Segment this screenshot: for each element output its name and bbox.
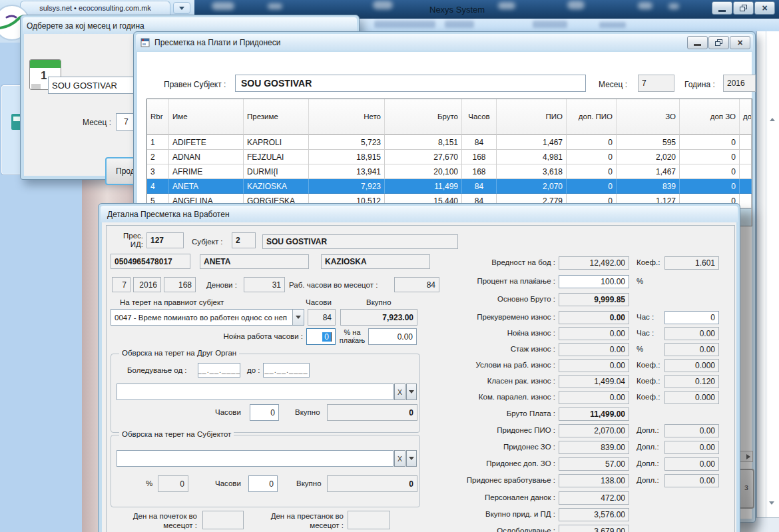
field-extra-label: Допл.: — [637, 459, 666, 467]
table-cell: ADIFETE — [169, 135, 244, 150]
table-row[interactable]: 2ADNANFEJZULAI18,91527,6701684,98102,020… — [147, 150, 752, 164]
payroll-titlebar: Пресметка на Плати и Придонеси × — [136, 34, 753, 51]
field-label: Придонес доп. ЗО : — [403, 459, 555, 467]
column-header[interactable]: ПИО — [497, 99, 567, 135]
field-extra-value-box[interactable]: 0 — [664, 311, 719, 324]
table-cell: 3,618 — [497, 164, 567, 179]
field-label: Класен рак. износ : — [403, 377, 555, 385]
month-value-box: 7 — [638, 75, 674, 92]
field-label: Персонален данок : — [403, 493, 555, 501]
table-cell: 1 — [147, 135, 169, 150]
field-value-box: 3,679.00 — [559, 525, 629, 532]
table-cell: 2 — [147, 150, 169, 164]
field-extra-label: Допл.: — [637, 443, 666, 451]
table-cell: 168 — [462, 164, 497, 179]
field-extra-label: Допл.: — [637, 426, 666, 434]
scroll-down-icon[interactable] — [769, 501, 774, 505]
tab-list-button[interactable] — [173, 2, 190, 14]
detail-titlebar: Детална Пресметка на Вработен — [101, 206, 738, 222]
payroll-close-button[interactable]: × — [730, 36, 750, 49]
column-header[interactable]: Нето — [309, 99, 385, 135]
browser-tab[interactable]: sulsys.net • ecoconsulting.com.mk — [20, 1, 170, 15]
nexys-restore-button[interactable] — [733, 1, 754, 15]
table-cell: FEJZULAI — [244, 150, 309, 164]
restore-icon — [740, 5, 747, 11]
field-extra-label: Час : — [637, 313, 666, 321]
table-cell: 2,020 — [617, 150, 680, 164]
table-cell: 0 — [567, 164, 617, 179]
table-row[interactable]: 4ANETAKAZIOSKA7,92311,499842,07008390 — [147, 179, 752, 194]
field-extra-value-box: 0.120 — [664, 375, 719, 388]
table-cell: 18,915 — [309, 150, 385, 164]
month-value: 7 — [642, 79, 647, 88]
proceed-button-label: Прод — [116, 166, 135, 176]
field-value-box: 839.00 — [559, 441, 629, 454]
select-dialog-title: Одберете за кој месец и година — [27, 21, 144, 31]
table-cell: 0 — [567, 135, 617, 150]
chevron-down-icon — [179, 7, 184, 10]
field-value-box: 0.00 — [559, 343, 629, 356]
scroll-up-icon[interactable] — [770, 118, 775, 121]
field-value-box[interactable]: 100.00 — [559, 275, 629, 288]
table-cell: 3 — [147, 164, 169, 179]
blurred-menu-fragment — [533, 21, 567, 28]
table-cell: 168 — [462, 150, 497, 164]
column-header[interactable]: ЗО — [617, 99, 680, 135]
table-cell — [740, 150, 752, 164]
field-label: Основно Бруто : — [403, 295, 555, 303]
table-cell: 27,670 — [385, 150, 462, 164]
field-extra-value-box: 0.00 — [664, 474, 719, 487]
column-header[interactable]: доп ЗО — [680, 99, 740, 135]
payroll-maximize-button[interactable] — [708, 36, 729, 49]
detail-body: Прес. ИД: 127 Субјект : 2 SOU GOSTIVAR 0… — [102, 222, 736, 532]
field-value-box: 11,499.00 — [559, 407, 629, 421]
nexys-close-button[interactable]: × — [754, 1, 775, 15]
field-extra-value-box: 0.00 — [664, 441, 719, 454]
table-row[interactable]: 3AFRIMEDURMI{I13,94120,1001683,61801,467… — [147, 164, 752, 179]
table-cell: ANETA — [169, 179, 244, 194]
field-label: Прекувремено износ : — [403, 313, 555, 321]
column-header[interactable]: Име — [169, 99, 244, 135]
right-fields: Вредност на бод :12,492.00Коеф.:1.601Про… — [102, 222, 738, 532]
column-header[interactable]: доп. ПИО — [567, 99, 617, 135]
close-icon: × — [737, 38, 742, 47]
field-value-box: 3,576.00 — [559, 508, 629, 521]
detail-window: Детална Пресметка на Вработен Прес. ИД: … — [98, 203, 740, 532]
field-extra-label: % — [637, 345, 666, 353]
field-extra-label: Коеф.: — [637, 361, 666, 369]
subject-combobox[interactable]: SOU GOSTIVAR — [48, 77, 142, 94]
field-value-box: 138.00 — [559, 474, 629, 487]
field-label: Ноќна износ : — [403, 329, 555, 337]
table-cell: KAZIOSKA — [244, 179, 309, 194]
field-label: Стаж износ : — [403, 345, 555, 353]
payroll-window-controls: × — [686, 36, 750, 49]
detail-window-title: Детална Пресметка на Вработен — [107, 210, 230, 219]
table-cell: 5,723 — [309, 135, 385, 150]
column-header[interactable]: Часов — [462, 99, 497, 135]
table-cell: 4 — [147, 179, 169, 194]
table-cell: 0 — [680, 164, 740, 179]
titlebar-glare — [638, 2, 652, 9]
legal-subject-value: SOU GOSTIVAR — [239, 78, 312, 89]
table-cell: 0 — [680, 150, 740, 164]
field-label: Процент на плаќање : — [403, 277, 555, 285]
column-header[interactable]: Бруто — [385, 99, 462, 135]
legal-subject-input[interactable]: SOU GOSTIVAR — [235, 75, 586, 92]
table-cell: 0 — [680, 179, 740, 194]
payroll-minimize-button[interactable] — [687, 36, 708, 49]
field-label: Придонес ЗО : — [403, 443, 555, 451]
nexys-minimize-button[interactable] — [712, 1, 732, 15]
table-row[interactable]: 1ADIFETEKAPROLI5,7238,151841,46705950 — [147, 135, 752, 150]
column-header[interactable]: Rbr — [147, 99, 169, 135]
blurred-menu-fragment — [445, 21, 474, 28]
table-header-row: RbrИмеПрезимеНетоБрутоЧасовПИОдоп. ПИОЗО… — [147, 99, 752, 135]
winforms-app-icon — [140, 38, 150, 47]
month-value: 7 — [120, 117, 129, 127]
column-header[interactable]: допо — [740, 99, 752, 135]
background-panel-fragment — [1, 85, 22, 174]
nexys-window-controls: × — [711, 1, 775, 15]
field-extra-label: Коеф.: — [637, 377, 666, 385]
titlebar-glare — [567, 1, 585, 9]
column-header[interactable]: Презиме — [244, 99, 309, 135]
month-label: Месец : — [83, 118, 111, 127]
